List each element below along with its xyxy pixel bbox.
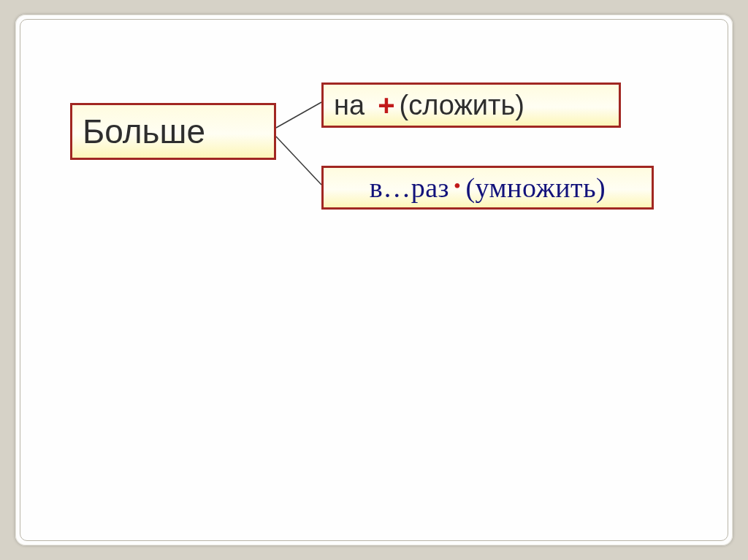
branch-bottom-row: в…раз • (умножить) <box>370 172 606 204</box>
slide-outer-frame: Больше на + (сложить) в…раз • (умножить) <box>15 15 733 545</box>
branch-bottom-prefix: в…раз <box>370 172 449 204</box>
main-concept-box: Больше <box>70 103 276 160</box>
branch-addition-box: на + (сложить) <box>321 83 621 128</box>
plus-icon: + <box>378 89 394 122</box>
dot-icon: • <box>454 174 461 198</box>
branch-multiply-box: в…раз • (умножить) <box>321 166 654 210</box>
slide-inner-frame: Больше на + (сложить) в…раз • (умножить) <box>20 19 728 541</box>
branch-bottom-paren: (умножить) <box>465 172 606 204</box>
main-concept-label: Больше <box>83 112 205 151</box>
branch-top-paren: (сложить) <box>399 90 524 121</box>
svg-line-0 <box>276 102 321 128</box>
branch-top-prefix: на <box>334 90 365 121</box>
svg-line-1 <box>276 137 321 185</box>
